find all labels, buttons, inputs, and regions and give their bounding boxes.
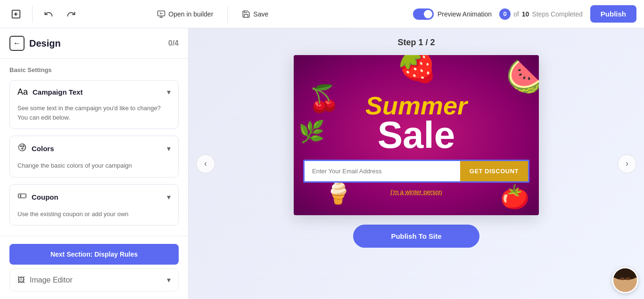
steps-total: 10 [522, 10, 529, 18]
publish-to-site-label: Publish To Site [391, 232, 441, 240]
campaign-text-icon: Aa [17, 87, 28, 97]
publish-to-site-btn[interactable]: Publish To Site [353, 225, 479, 248]
accordion-campaign-text: Aa Campaign Text ▾ See some text in the … [9, 80, 179, 129]
popup-text-wrap: Summer Sale [365, 93, 467, 152]
steps-label: Steps Completed [532, 10, 582, 18]
sidebar-back-btn[interactable]: ← [9, 36, 25, 51]
sidebar-title: Design [29, 38, 61, 49]
save-btn[interactable]: Save [237, 7, 273, 21]
colors-chevron: ▾ [167, 144, 171, 153]
back-icon-btn[interactable] [8, 6, 25, 23]
svg-point-4 [23, 145, 24, 147]
sidebar-header-left: ← Design [9, 36, 61, 51]
image-editor-icon: 🖼 [17, 276, 25, 284]
image-editor-chevron: ▾ [167, 275, 171, 284]
topbar-right: Preview Animation 0 of 10 Steps Complete… [413, 5, 636, 23]
basic-settings-label: Basic Settings [9, 66, 179, 73]
coupon-chevron: ▾ [167, 193, 171, 202]
steps-of: of [513, 10, 519, 18]
popup-discount-label: GET DISCOUNT [470, 168, 519, 175]
nav-left-icon: ‹ [204, 159, 207, 169]
accordion-colors: Colors ▾ Change the basic colors of your… [9, 136, 179, 178]
steps-current: 0 [499, 8, 511, 20]
accordion-coupon-header[interactable]: Coupon ▾ [10, 185, 178, 210]
preview-animation-toggle[interactable]: Preview Animation [413, 8, 492, 20]
sidebar-count: 0/4 [168, 39, 179, 48]
accordion-campaign-text-header[interactable]: Aa Campaign Text ▾ [10, 81, 178, 104]
colors-body: Change the basic colors of your campaign [10, 161, 178, 177]
popup-discount-btn[interactable]: GET DISCOUNT [460, 161, 528, 181]
lime-icon: 🌿 [298, 119, 325, 144]
next-section-label: Next Section: Display Rules [50, 251, 138, 258]
strawberry-icon: 🍓 [396, 55, 437, 84]
popup-sale-text: Sale [365, 118, 467, 152]
image-editor-label: Image Editor [30, 276, 73, 284]
toggle-switch[interactable] [413, 8, 434, 20]
topbar: Open in builder Save Preview Animation 0… [0, 0, 644, 28]
preview-nav-left-btn[interactable]: ‹ [196, 154, 215, 173]
accordion-colors-header-left: Colors [17, 143, 54, 154]
topbar-left-actions [8, 6, 80, 23]
svg-point-7 [20, 195, 21, 196]
avatar [612, 267, 638, 293]
coupon-icon [17, 191, 27, 203]
campaign-text-chevron: ▾ [167, 88, 171, 97]
open-in-builder-btn[interactable]: Open in builder [152, 7, 218, 21]
svg-rect-6 [18, 194, 26, 197]
popup-inner: 🍓 🍉 🍒 🍅 🍦 🌿 🕶️ Summer Sale [294, 55, 539, 215]
svg-point-3 [20, 145, 22, 147]
topbar-center-actions: Open in builder Save [152, 6, 273, 23]
watermelon-icon: 🍉 [500, 55, 539, 101]
preview-area: Step 1 / 2 ‹ › 🍓 🍉 🍒 🍅 🍦 🌿 [189, 28, 644, 299]
cherry-icon: 🍒 [308, 83, 340, 114]
next-section-btn[interactable]: Next Section: Display Rules [9, 244, 179, 265]
popup-wrap: 🍓 🍉 🍒 🍅 🍦 🌿 🕶️ Summer Sale [294, 55, 539, 215]
coupon-body: Use the existing coupon or add your own [10, 210, 178, 226]
colors-icon [17, 143, 27, 154]
topbar-separator [32, 6, 33, 23]
sidebar-header: ← Design 0/4 [0, 28, 188, 59]
step-label: Step 1 / 2 [397, 38, 435, 48]
accordion-coupon: Coupon ▾ Use the existing coupon or add … [9, 184, 179, 226]
sidebar-content: Basic Settings Aa Campaign Text ▾ See so… [0, 59, 188, 236]
accordion-campaign-text-header-left: Aa Campaign Text [17, 87, 83, 97]
sidebar-footer: Next Section: Display Rules 🖼 Image Edit… [0, 236, 188, 299]
accordion-colors-header[interactable]: Colors ▾ [10, 136, 178, 161]
popup-form-wrap: GET DISCOUNT [303, 160, 529, 183]
popup-email-input[interactable] [305, 161, 460, 181]
campaign-text-body: See some text in the campaign you'd like… [10, 104, 178, 129]
image-editor-item[interactable]: 🖼 Image Editor ▾ [9, 268, 179, 291]
coupon-title: Coupon [32, 193, 58, 201]
publish-btn[interactable]: Publish [590, 5, 636, 23]
campaign-preview: 🍓 🍉 🍒 🍅 🍦 🌿 🕶️ Summer Sale [294, 55, 539, 215]
preview-animation-label: Preview Animation [438, 10, 492, 18]
back-icon: ← [13, 39, 21, 48]
steps-completed-info: 0 of 10 Steps Completed [499, 8, 583, 20]
campaign-text-title: Campaign Text [33, 88, 83, 96]
tomato-icon: 🍅 [500, 183, 529, 210]
preview-nav-right-btn[interactable]: › [618, 154, 636, 173]
undo-btn[interactable] [40, 6, 57, 23]
open-in-builder-label: Open in builder [168, 10, 213, 18]
svg-point-5 [22, 148, 23, 149]
colors-title: Colors [32, 145, 54, 153]
sidebar: ← Design 0/4 Basic Settings Aa Campaign … [0, 28, 189, 299]
accordion-coupon-header-left: Coupon [17, 191, 58, 203]
nav-right-icon: › [626, 159, 628, 169]
save-label: Save [253, 10, 268, 18]
main-layout: ← Design 0/4 Basic Settings Aa Campaign … [0, 28, 644, 299]
toggle-knob [424, 10, 432, 18]
image-editor-left: 🖼 Image Editor [17, 276, 73, 284]
redo-btn[interactable] [63, 6, 80, 23]
popup-winter-link[interactable]: I'm a winter person [390, 188, 442, 195]
topbar-center-sep [227, 6, 228, 23]
publish-label: Publish [601, 10, 626, 18]
